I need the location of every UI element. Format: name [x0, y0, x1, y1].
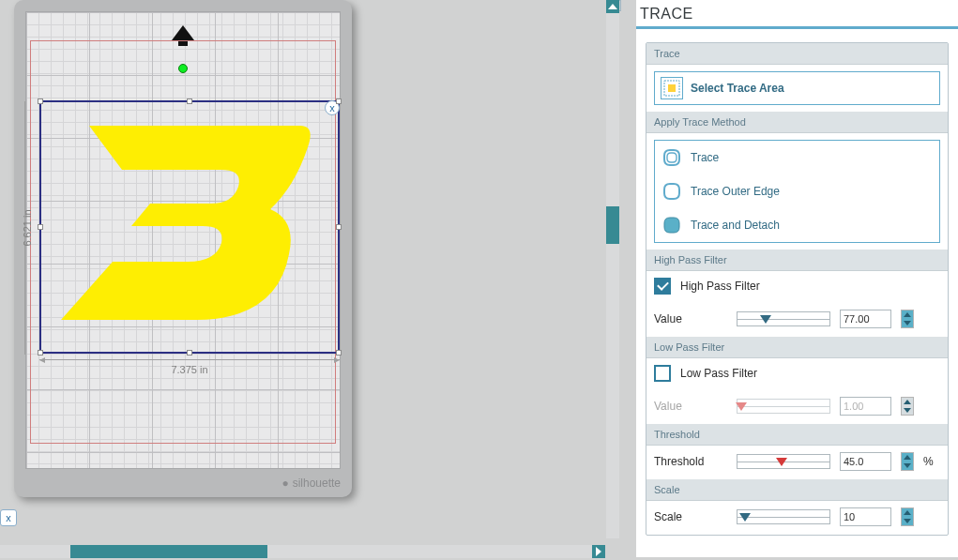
- lpf-checkbox[interactable]: [654, 365, 671, 382]
- resize-handle-tr[interactable]: [336, 98, 342, 104]
- trace-detach-icon: [661, 214, 683, 236]
- method-trace-detach[interactable]: Trace and Detach: [655, 208, 939, 242]
- hpf-checkbox[interactable]: [654, 278, 671, 295]
- section-header-scale: Scale: [646, 479, 948, 501]
- hscroll-thumb[interactable]: [70, 545, 267, 558]
- lpf-slider: [737, 399, 830, 414]
- threshold-slider[interactable]: [737, 454, 830, 469]
- scale-slider[interactable]: [737, 509, 830, 524]
- scroll-right-icon[interactable]: [592, 545, 605, 558]
- rotate-handle[interactable]: [178, 64, 188, 73]
- resize-handle-br[interactable]: [336, 350, 342, 356]
- hpf-slider[interactable]: [737, 311, 830, 326]
- mat-brand-label: silhouette: [281, 477, 341, 490]
- mat-grid: x 6.621 in 7.375 in: [25, 11, 341, 469]
- select-trace-area-button[interactable]: Select Trace Area: [654, 71, 940, 105]
- lpf-stepper: [901, 397, 914, 416]
- hpf-value-label: Value: [654, 312, 727, 325]
- section-header-hpf: High Pass Filter: [646, 250, 948, 271]
- width-dimension: 7.375 in: [39, 359, 340, 375]
- method-trace-label: Trace: [691, 151, 719, 164]
- threshold-label: Threshold: [654, 455, 727, 468]
- vscroll-thumb[interactable]: [606, 206, 619, 244]
- canvas-vscroll[interactable]: [606, 0, 619, 538]
- threshold-stepper[interactable]: [901, 452, 914, 471]
- height-dimension: 6.621 in: [24, 101, 34, 355]
- width-dimension-label: 7.375 in: [171, 364, 207, 375]
- lpf-value-input: [840, 397, 891, 416]
- scale-stepper[interactable]: [901, 507, 914, 526]
- scale-label: Scale: [654, 510, 727, 523]
- trace-icon: [661, 146, 683, 169]
- canvas-hscroll[interactable]: [0, 545, 605, 558]
- scale-value-input[interactable]: [840, 507, 891, 526]
- lpf-value-label: Value: [654, 400, 727, 413]
- feed-direction-icon: [172, 25, 194, 40]
- method-trace[interactable]: Trace: [655, 141, 939, 174]
- height-dimension-label: 6.621 in: [22, 209, 33, 246]
- selection-box[interactable]: x: [39, 100, 340, 354]
- trace-method-list: Trace Trace Outer Edge Trace and Detach: [654, 140, 940, 243]
- hpf-checkbox-label: High Pass Filter: [680, 280, 760, 293]
- resize-handle-b[interactable]: [187, 350, 192, 356]
- threshold-value-input[interactable]: [840, 452, 891, 471]
- resize-handle-tl[interactable]: [38, 98, 43, 104]
- select-trace-area-label: Select Trace Area: [691, 82, 784, 95]
- design-canvas[interactable]: x 6.621 in 7.375 in: [0, 0, 619, 560]
- section-header-apply-method: Apply Trace Method: [646, 112, 948, 133]
- resize-handle-l[interactable]: [38, 224, 43, 230]
- resize-handle-t[interactable]: [187, 98, 192, 104]
- traced-shape[interactable]: [47, 121, 319, 327]
- canvas-close-button[interactable]: x: [0, 509, 17, 526]
- section-header-lpf: Low Pass Filter: [646, 337, 948, 358]
- section-header-threshold: Threshold: [646, 424, 948, 446]
- hpf-value-input[interactable]: [840, 310, 891, 328]
- resize-handle-r[interactable]: [336, 224, 342, 230]
- method-trace-detach-label: Trace and Detach: [691, 219, 780, 232]
- threshold-suffix: %: [923, 455, 934, 468]
- scroll-up-icon[interactable]: [606, 0, 619, 13]
- trace-panel: TRACE Trace Select Trace Area Apply Trac…: [636, 0, 958, 557]
- panel-title: TRACE: [636, 0, 958, 29]
- panel-body: Trace Select Trace Area Apply Trace Meth…: [646, 42, 949, 536]
- method-trace-outer[interactable]: Trace Outer Edge: [655, 174, 939, 208]
- lpf-checkbox-label: Low Pass Filter: [680, 367, 757, 380]
- resize-handle-bl[interactable]: [38, 350, 43, 356]
- hpf-stepper[interactable]: [901, 310, 914, 328]
- section-header-trace: Trace: [646, 43, 948, 65]
- svg-rect-1: [668, 84, 676, 92]
- trace-outer-icon: [661, 180, 683, 203]
- select-trace-area-icon: [661, 77, 683, 99]
- cutting-mat: x 6.621 in 7.375 in: [14, 0, 352, 497]
- method-trace-outer-label: Trace Outer Edge: [691, 185, 780, 198]
